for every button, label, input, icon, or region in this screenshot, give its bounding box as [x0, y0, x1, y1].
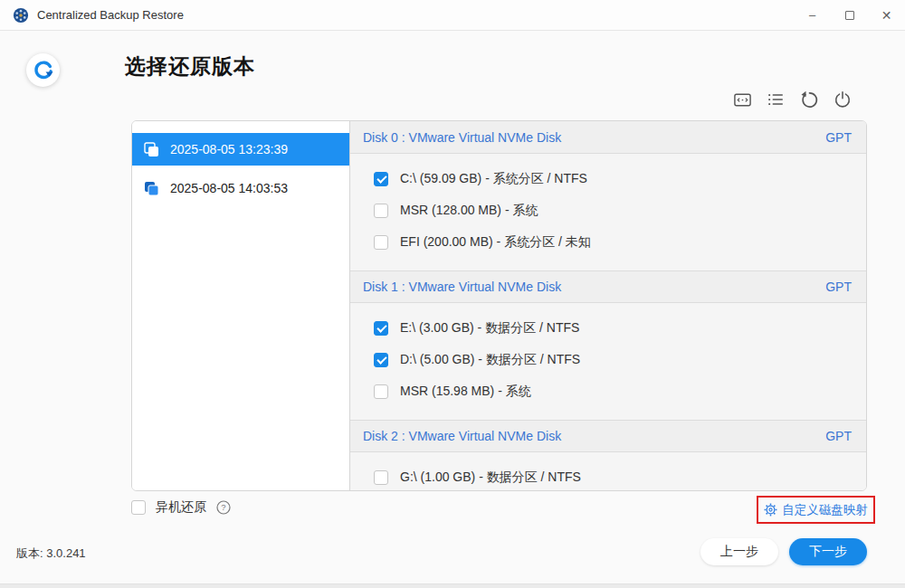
- disk-header: Disk 1 : VMware Virtual NVMe Disk GPT: [350, 270, 866, 303]
- partition-checkbox[interactable]: [374, 172, 388, 186]
- restore-icon[interactable]: [799, 90, 819, 109]
- log-list-icon[interactable]: [766, 90, 786, 109]
- app-logo-icon: [13, 7, 29, 24]
- title-bar: Centralized Backup Restore – ✕: [0, 0, 905, 31]
- partition-label: G:\ (1.00 GB) - 数据分区 / NTFS: [400, 469, 581, 486]
- window-bottom-edge: [0, 583, 905, 588]
- maximize-button[interactable]: [831, 0, 868, 30]
- partition-label: MSR (128.00 MB) - 系统: [400, 203, 538, 219]
- partition-row: E:\ (3.00 GB) - 数据分区 / NTFS: [350, 312, 866, 344]
- disk-partition-table: GPT: [825, 130, 852, 145]
- custom-disk-mapping-label: 自定义磁盘映射: [782, 502, 868, 518]
- previous-step-button[interactable]: 上一步: [700, 538, 778, 565]
- power-icon[interactable]: [833, 90, 853, 109]
- version-item-label: 2025-08-05 13:23:39: [170, 142, 288, 156]
- restore-arrow-icon: [33, 60, 54, 81]
- help-icon[interactable]: ?: [216, 500, 231, 515]
- restore-panel: 2025-08-05 13:23:39 2025-08-05 14:03:53 …: [131, 120, 867, 491]
- partition-row: C:\ (59.09 GB) - 系统分区 / NTFS: [350, 163, 866, 194]
- page-title: 选择还原版本: [125, 52, 255, 81]
- partition-row: MSR (128.00 MB) - 系统: [350, 194, 866, 226]
- disk-name: Disk 0 : VMware Virtual NVMe Disk: [363, 130, 561, 145]
- snapshot-icon: [143, 180, 160, 197]
- minimize-button[interactable]: –: [794, 0, 831, 30]
- partition-label: E:\ (3.00 GB) - 数据分区 / NTFS: [400, 320, 579, 337]
- disk-group: Disk 1 : VMware Virtual NVMe Disk GPT E:…: [350, 270, 866, 420]
- partition-checkbox[interactable]: [374, 470, 388, 485]
- partition-list: E:\ (3.00 GB) - 数据分区 / NTFS D:\ (5.00 GB…: [350, 303, 866, 420]
- disk-name: Disk 1 : VMware Virtual NVMe Disk: [363, 280, 561, 294]
- disk-header: Disk 0 : VMware Virtual NVMe Disk GPT: [350, 121, 866, 154]
- close-button[interactable]: ✕: [868, 0, 905, 30]
- annotation-highlight: 自定义磁盘映射: [757, 496, 875, 524]
- partition-label: C:\ (59.09 GB) - 系统分区 / NTFS: [400, 171, 587, 187]
- gear-icon: [764, 503, 777, 517]
- partition-row: G:\ (1.00 GB) - 数据分区 / NTFS: [350, 461, 866, 490]
- partition-label: D:\ (5.00 GB) - 数据分区 / NTFS: [400, 352, 580, 368]
- partition-row: MSR (15.98 MB) - 系统: [350, 375, 866, 407]
- partition-checkbox[interactable]: [374, 204, 388, 218]
- restore-logo: [26, 53, 60, 87]
- disk-group: Disk 0 : VMware Virtual NVMe Disk GPT C:…: [350, 121, 866, 270]
- partition-label: EFI (200.00 MB) - 系统分区 / 未知: [400, 234, 591, 251]
- partition-checkbox[interactable]: [374, 321, 388, 336]
- maximize-icon: [845, 11, 854, 20]
- partition-checkbox[interactable]: [374, 384, 388, 399]
- snapshot-icon: [143, 141, 160, 158]
- disk-group: Disk 2 : VMware Virtual NVMe Disk GPT G:…: [350, 420, 866, 490]
- disk-partition-table: GPT: [825, 280, 852, 294]
- version-list-item[interactable]: 2025-08-05 14:03:53: [132, 172, 349, 204]
- other-machine-restore-checkbox[interactable]: [131, 500, 146, 515]
- partition-row: D:\ (5.00 GB) - 数据分区 / NTFS: [350, 344, 866, 375]
- version-list: 2025-08-05 13:23:39 2025-08-05 14:03:53: [132, 121, 350, 490]
- svg-text:?: ?: [221, 502, 225, 512]
- version-item-label: 2025-08-05 14:03:53: [170, 181, 288, 195]
- app-version-label: 版本: 3.0.241: [16, 545, 86, 562]
- toolbar: [732, 90, 853, 109]
- window-title: Centralized Backup Restore: [37, 8, 184, 22]
- disk-partition-table: GPT: [825, 429, 852, 443]
- disk-header: Disk 2 : VMware Virtual NVMe Disk GPT: [350, 420, 866, 452]
- partition-row: EFI (200.00 MB) - 系统分区 / 未知: [350, 226, 866, 258]
- console-icon[interactable]: [732, 90, 752, 109]
- partition-checkbox[interactable]: [374, 235, 388, 250]
- other-machine-restore-label: 异机还原: [156, 499, 206, 516]
- disk-name: Disk 2 : VMware Virtual NVMe Disk: [363, 429, 561, 443]
- partition-list: G:\ (1.00 GB) - 数据分区 / NTFS: [350, 452, 866, 490]
- partition-checkbox[interactable]: [374, 353, 388, 367]
- partition-list: C:\ (59.09 GB) - 系统分区 / NTFS MSR (128.00…: [350, 154, 866, 270]
- version-list-item[interactable]: 2025-08-05 13:23:39: [132, 133, 349, 166]
- custom-disk-mapping-link[interactable]: 自定义磁盘映射: [764, 502, 868, 518]
- next-step-button[interactable]: 下一步: [789, 538, 867, 565]
- partition-label: MSR (15.98 MB) - 系统: [400, 384, 531, 400]
- disk-list: Disk 0 : VMware Virtual NVMe Disk GPT C:…: [350, 121, 866, 490]
- other-machine-restore: 异机还原 ?: [131, 499, 231, 516]
